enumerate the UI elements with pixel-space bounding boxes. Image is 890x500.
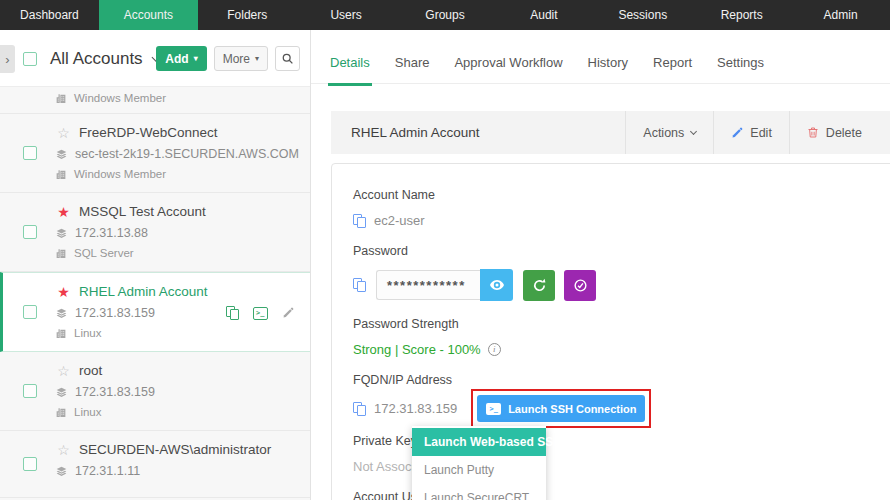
- account-name-value: ec2-user: [374, 213, 425, 228]
- actions-label: Actions: [643, 126, 684, 140]
- nav-item-audit[interactable]: Audit: [494, 0, 593, 30]
- fqdn-value: 172.31.83.159: [374, 401, 457, 416]
- more-button[interactable]: More ▾: [214, 46, 268, 71]
- nav-item-reports[interactable]: Reports: [692, 0, 791, 30]
- star-icon[interactable]: ★: [56, 205, 71, 219]
- nav-item-accounts[interactable]: Accounts: [99, 0, 198, 30]
- layers-icon: [56, 149, 67, 160]
- launch-ssh-connection-button[interactable]: Launch SSH Connection: [477, 395, 645, 422]
- account-list: Windows Member ☆FreeRDP-WebConnectsec-te…: [0, 87, 310, 498]
- building-icon: [56, 169, 66, 180]
- tab-settings[interactable]: Settings: [715, 55, 766, 83]
- actions-button[interactable]: Actions: [625, 111, 713, 154]
- chevron-down-icon: [690, 128, 697, 135]
- nav-item-users[interactable]: Users: [297, 0, 396, 30]
- account-detail-header: RHEL Admin Account Actions Edit Delete: [331, 111, 890, 154]
- password-strength-value: Strong | Score - 100%: [353, 342, 481, 357]
- account-type: Windows Member: [74, 168, 166, 180]
- copy-icon[interactable]: [226, 306, 239, 320]
- delete-button[interactable]: Delete: [789, 111, 890, 154]
- star-icon[interactable]: ☆: [56, 443, 71, 457]
- layers-icon: [56, 228, 67, 239]
- account-host: 172.31.83.159: [75, 306, 155, 320]
- copy-icon[interactable]: [353, 214, 366, 228]
- launch-ssh-dropdown-menu: Launch Web-based SSHLaunch PuttyLaunch S…: [412, 426, 546, 500]
- account-type: SQL Server: [74, 247, 134, 259]
- top-navigation: DashboardAccountsFoldersUsersGroupsAudit…: [0, 0, 890, 30]
- ssh-menu-item-launch-web-based-ssh[interactable]: Launch Web-based SSH: [412, 428, 546, 456]
- tab-details[interactable]: Details: [328, 55, 372, 83]
- edit-button[interactable]: Edit: [713, 111, 789, 154]
- ssh-menu-item-launch-securecrt[interactable]: Launch SecureCRT: [412, 484, 546, 500]
- search-button[interactable]: [275, 46, 300, 71]
- account-name: MSSQL Test Account: [79, 204, 206, 219]
- layers-icon: [56, 466, 67, 477]
- password-masked-field[interactable]: ************: [376, 270, 480, 300]
- field-account-name: Account Name ec2-user: [353, 188, 890, 228]
- caret-down-icon: ▾: [255, 55, 259, 63]
- password-label: Password: [353, 244, 890, 258]
- account-type: Linux: [74, 406, 102, 418]
- building-icon: [56, 93, 66, 104]
- star-icon[interactable]: ☆: [56, 364, 71, 378]
- star-icon[interactable]: ☆: [56, 126, 71, 140]
- account-checkbox[interactable]: [23, 384, 37, 398]
- account-checkbox[interactable]: [23, 457, 37, 471]
- detail-tabs: DetailsShareApproval WorkflowHistoryRepo…: [311, 30, 890, 84]
- account-item-securden-aws-administrator[interactable]: ☆SECURDEN-AWS\administrator172.31.1.11: [0, 431, 310, 498]
- nav-item-folders[interactable]: Folders: [198, 0, 297, 30]
- tab-report[interactable]: Report: [651, 55, 694, 83]
- star-icon[interactable]: ★: [56, 285, 71, 299]
- tab-share[interactable]: Share: [393, 55, 432, 83]
- copy-icon[interactable]: [353, 278, 366, 292]
- account-checkbox[interactable]: [23, 305, 37, 319]
- copy-icon[interactable]: [353, 402, 366, 416]
- nav-item-admin[interactable]: Admin: [791, 0, 890, 30]
- account-title: RHEL Admin Account: [331, 111, 625, 154]
- account-item-rhel-admin-account[interactable]: ★RHEL Admin Account172.31.83.159Linux: [0, 272, 310, 352]
- account-item-freerdp-webconnect[interactable]: ☆FreeRDP-WebConnectsec-test-2k19-1.SECUR…: [0, 114, 310, 193]
- field-password-strength: Password Strength Strong | Score - 100%: [353, 317, 890, 357]
- chevron-right-icon: ›: [5, 52, 9, 67]
- field-password: Password ************: [353, 244, 890, 301]
- verify-password-button[interactable]: [564, 270, 596, 301]
- tab-history[interactable]: History: [586, 55, 630, 83]
- more-label: More: [223, 52, 250, 66]
- magnifier-icon: [281, 52, 294, 65]
- add-button[interactable]: Add ▾: [156, 46, 206, 71]
- password-strength-label: Password Strength: [353, 317, 890, 331]
- pencil-icon: [731, 127, 743, 139]
- nav-item-dashboard[interactable]: Dashboard: [0, 0, 99, 30]
- info-icon[interactable]: [488, 343, 501, 356]
- account-item-partial[interactable]: Windows Member: [0, 87, 310, 114]
- account-item-root[interactable]: ☆root172.31.83.159Linux: [0, 352, 310, 431]
- eye-icon: [489, 277, 505, 293]
- account-checkbox[interactable]: [23, 146, 37, 160]
- detail-pane: DetailsShareApproval WorkflowHistoryRepo…: [311, 30, 890, 500]
- account-host: sec-test-2k19-1.SECURDEN.AWS.COM: [75, 147, 299, 161]
- fqdn-label: FQDN/IP Address: [353, 373, 890, 387]
- trash-icon: [807, 126, 819, 139]
- account-host: 172.31.1.11: [75, 464, 140, 478]
- delete-label: Delete: [826, 126, 862, 140]
- refresh-icon: [532, 278, 547, 293]
- account-host: 172.31.83.159: [75, 385, 155, 399]
- edit-icon[interactable]: [282, 307, 294, 319]
- sidebar-collapse-button[interactable]: ›: [0, 45, 15, 73]
- nav-item-sessions[interactable]: Sessions: [593, 0, 692, 30]
- account-checkbox[interactable]: [23, 225, 37, 239]
- launch-ssh-label: Launch SSH Connection: [508, 403, 636, 415]
- account-name-label: Account Name: [353, 188, 890, 202]
- tab-approval-workflow[interactable]: Approval Workflow: [452, 55, 564, 83]
- account-item-mssql-test-account[interactable]: ★MSSQL Test Account172.31.13.88SQL Serve…: [0, 193, 310, 272]
- nav-item-groups[interactable]: Groups: [396, 0, 495, 30]
- terminal-icon[interactable]: [253, 307, 268, 320]
- accounts-filter-dropdown[interactable]: All Accounts: [50, 49, 160, 69]
- select-all-checkbox[interactable]: [23, 52, 37, 66]
- add-label: Add: [165, 52, 188, 66]
- layers-icon: [56, 387, 67, 398]
- regenerate-password-button[interactable]: [523, 270, 555, 301]
- ssh-menu-item-launch-putty[interactable]: Launch Putty: [412, 456, 546, 484]
- show-password-button[interactable]: [480, 269, 513, 301]
- annotation-highlight-box: Launch SSH Connection: [471, 389, 651, 428]
